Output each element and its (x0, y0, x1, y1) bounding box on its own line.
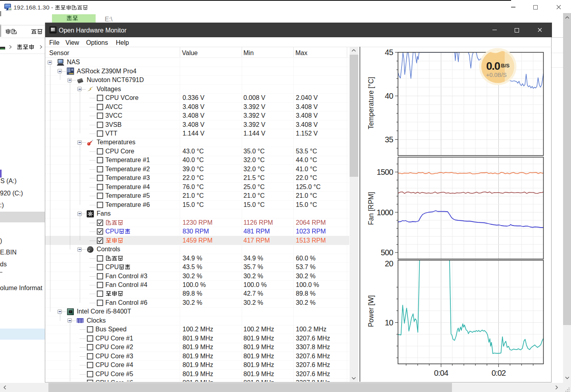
svg-text:35: 35 (385, 135, 393, 144)
svg-text:0:04: 0:04 (434, 369, 448, 377)
svg-text:0.0: 0.0 (486, 60, 500, 72)
svg-text:1000: 1000 (377, 208, 393, 217)
svg-text:Power [W]: Power [W] (367, 295, 375, 327)
svg-text:Temperature [°C]: Temperature [°C] (367, 77, 375, 129)
svg-text:40: 40 (385, 92, 393, 100)
svg-text:0:02: 0:02 (492, 369, 506, 377)
svg-text:500: 500 (381, 248, 394, 257)
svg-text:Fan [RPM]: Fan [RPM] (367, 192, 375, 225)
svg-text:+0.0B/S: +0.0B/S (486, 72, 507, 78)
svg-text:B/S: B/S (501, 63, 510, 69)
svg-text:1500: 1500 (377, 168, 393, 176)
svg-text:20: 20 (385, 259, 393, 268)
svg-text:10: 10 (385, 318, 393, 327)
svg-text:45: 45 (385, 48, 393, 57)
